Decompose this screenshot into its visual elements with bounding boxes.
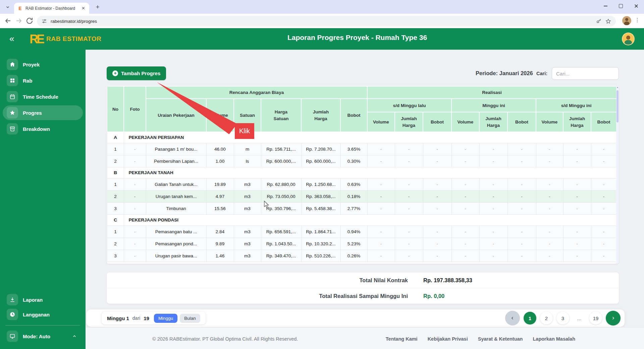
col-no: No [107,86,124,132]
sidebar-collapse-icon[interactable]: « [9,33,14,44]
new-tab-button[interactable]: + [93,3,102,11]
sidebar-item-proyek[interactable]: Proyek [3,57,83,72]
app-logo: RE RAB ESTIMATOR [30,32,101,46]
item-row[interactable]: 3-Timbunan15.56m3Rp. 350.796,...Rp. 5.45… [107,202,616,214]
user-avatar[interactable] [622,33,635,45]
sidebar-item-langganan[interactable]: Langganan [3,307,83,322]
password-key-icon[interactable] [596,18,602,24]
tab-title: RAB Estimator - Dashboard [25,6,78,11]
item-row[interactable]: 1-Pemasangan batu ...2.84m3Rp. 656.591,.… [107,226,616,238]
minimize-button[interactable] [598,0,613,12]
col-r-jumlah-harga: Jumlah Harga [395,112,423,132]
sidebar-item-time-schedule[interactable]: Time Schedule [3,89,83,104]
progress-table: No Foto Rencana Anggaran Biaya Realisasi… [107,86,617,262]
app-header: « RE RAB ESTIMATOR Laporan Progres Proye… [0,28,644,50]
col-r-jumlah-harga: Jumlah Harga [479,112,507,132]
tab-search-icon[interactable] [3,3,12,11]
footer-link-kebijakan-privasi[interactable]: Kebijakan Privasi [428,336,468,342]
back-icon[interactable] [4,17,12,25]
maximize-button[interactable] [613,0,629,12]
sidebar-item-progres[interactable]: Progres [3,105,83,120]
col-satuan: Satuan [234,99,261,132]
item-row[interactable]: 1-Pasangan 1 m' bou...46.00mRp. 156.711,… [107,143,616,155]
col-foto: Foto [124,86,146,132]
box-icon [7,123,18,135]
total-realisasi-row: Total Realisasi Sampai Minggu Ini Rp. 0,… [107,288,619,304]
col-r-volume: Volume [451,112,479,132]
footer-link-laporkan-masalah[interactable]: Laporkan Masalah [533,336,575,342]
page-button-2[interactable]: 2 [540,312,553,325]
subgroup-minggu-ini: Minggu ini [451,99,536,112]
screen: E RAB Estimator - Dashboard ✕ + rabestim… [0,0,644,349]
sidebar-item-mode[interactable]: Mode: Auto [3,329,83,344]
forward-icon[interactable] [15,17,23,25]
pagination-bar: Minggu 1 dari 19 MingguBulan 123...19 [87,309,625,327]
toggle-bulan[interactable]: Bulan [180,314,200,323]
browser-tab[interactable]: E RAB Estimator - Dashboard ✕ [14,3,89,14]
item-row[interactable]: 1-Galian Tanah untuk...19.89m3Rp. 62.880… [107,178,616,190]
reload-icon[interactable] [25,17,34,25]
table-scrollbar[interactable]: ▲ [616,86,619,264]
search-label: Cari: [536,71,547,76]
page-button-1[interactable]: 1 [524,312,536,325]
url-text: rabestimator.id/progres [51,19,592,24]
prev-page-button[interactable] [505,311,520,326]
item-row[interactable]: 2-Urugan tanah kem...4.97m3Rp. 73.050,00… [107,190,616,202]
total-kontrak-label: Total Nilai Kontrak [107,277,408,284]
clock-icon [7,309,18,320]
page-button-19[interactable]: 19 [589,312,602,325]
col-harga-satuan: Harga Satuan [261,99,301,132]
scrollbar-up-arrow[interactable]: ▲ [616,86,619,88]
footer-link-syarat-ketentuan[interactable]: Syarat & Ketentuan [478,336,523,342]
grid-icon [7,75,18,86]
search-input[interactable] [552,67,619,80]
address-bar[interactable]: rabestimator.id/progres [37,16,616,27]
col-r-volume: Volume [367,112,395,132]
home-icon [7,59,18,70]
item-row[interactable]: 3-Urugan pasir bawa...1.46m3Rp. 349.470,… [107,250,616,262]
col-r-jumlah-harga: Jumlah Harga [563,112,591,132]
section-row[interactable]: CPEKERJAAN PONDASI [107,214,616,226]
sidebar-item-rab[interactable]: Rab [3,73,83,88]
col-uraian: Uraian Pekerjaan [146,99,206,132]
total-realisasi-label: Total Realisasi Sampai Minggu Ini [107,293,408,299]
footer-link-tentang-kami[interactable]: Tentang Kami [386,336,418,342]
logo-text: RAB ESTIMATOR [46,35,101,43]
sidebar-item-laporan[interactable]: Laporan [3,292,83,307]
browser-tab-strip: E RAB Estimator - Dashboard ✕ + [0,0,644,14]
col-jumlah-harga: Jumlah Harga [301,99,340,132]
section-row[interactable]: BPEKERJAAN TANAH [107,167,616,178]
next-page-button[interactable] [606,311,621,326]
scrollbar-thumb[interactable] [616,90,619,122]
sidebar-main-menu: ProyekRabTime ScheduleProgresBreakdown [0,50,86,136]
item-row[interactable]: 2-Pembersihan Lapan...1.00lsRp. 600.000,… [107,155,616,167]
sidebar-item-breakdown[interactable]: Breakdown [3,121,83,136]
sidebar-bottom-items: LaporanLangganan [3,292,83,322]
subgroup-sd-minggu-lalu: s/d Minggu lalu [367,99,451,112]
toggle-minggu[interactable]: Minggu [154,314,177,323]
close-button[interactable] [629,0,644,12]
progress-table-card: No Foto Rencana Anggaran Biaya Realisasi… [107,86,619,264]
sidebar-bottom-menu: LaporanLangganan Mode: Auto [3,292,83,344]
total-kontrak-row: Total Nilai Kontrak Rp. 197.388.358,33 [107,272,619,288]
monitor-icon [7,331,18,342]
page-title: Laporan Progres Proyek - Rumah Type 36 [287,34,427,42]
browser-menu-icon[interactable]: ⋮ [635,17,640,23]
total-realisasi-value: Rp. 0,00 [423,293,619,299]
totals-card: Total Nilai Kontrak Rp. 197.388.358,33 T… [107,272,619,304]
site-settings-icon[interactable] [42,18,47,24]
tab-close-icon[interactable]: ✕ [81,6,86,11]
section-row[interactable]: APEKERJAAN PERSIAPAN [107,132,616,143]
sidebar-item-label: Mode: Auto [23,334,50,339]
tambah-progres-button[interactable]: + Tambah Progres [107,66,166,80]
download-icon [7,294,18,305]
page-button-3[interactable]: 3 [556,312,569,325]
favicon: E [17,6,23,11]
toggle-group: MingguBulan [154,314,200,323]
bookmark-star-icon[interactable] [605,18,611,24]
item-row[interactable]: 2-Pemasangan pond...9.89m3Rp. 1.043.50..… [107,238,616,250]
periode-label: Periode: Januari 2026 [476,70,533,77]
calendar-icon [7,91,18,102]
browser-profile-avatar[interactable] [622,16,631,25]
copyright-text: © 2026 RABEstimator. PT Global Optima Ci… [152,336,298,342]
